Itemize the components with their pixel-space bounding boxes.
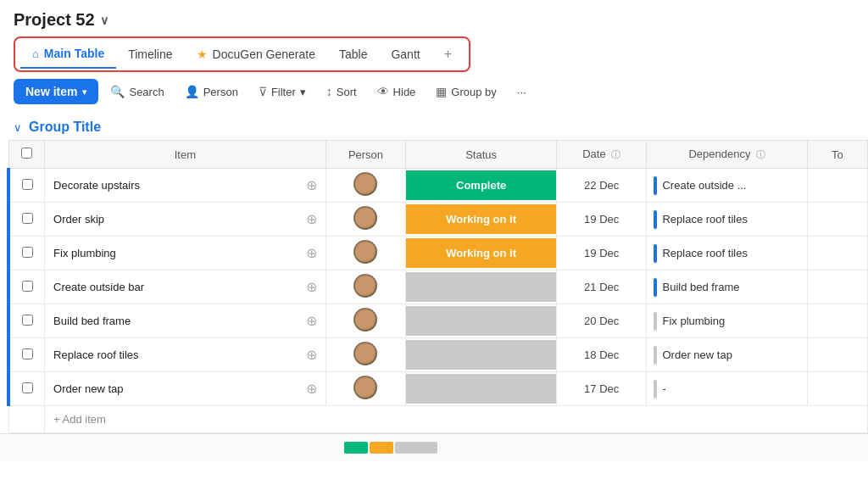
tab-gantt[interactable]: Gantt — [379, 41, 431, 68]
add-item-row[interactable]: + Add item — [8, 406, 868, 433]
row-checkbox-cell[interactable] — [8, 372, 45, 406]
dep-bar-icon — [654, 312, 657, 331]
dependency-cell: Replace roof tiles — [647, 237, 807, 270]
item-name: Order new tap — [53, 382, 299, 395]
row-checkbox[interactable] — [22, 315, 33, 326]
extra-cell — [807, 372, 867, 406]
dep-text: Replace roof tiles — [662, 247, 747, 259]
search-label: Search — [129, 86, 164, 98]
extra-cell — [807, 338, 867, 372]
status-cell[interactable] — [406, 338, 557, 372]
project-chevron-icon[interactable]: ∨ — [100, 14, 108, 27]
person-cell — [326, 237, 406, 270]
extra-cell — [807, 304, 867, 338]
extra-column-header: To — [807, 141, 867, 169]
header: Project 52 ∨ ⌂ Main Table Timeline ★ Doc… — [0, 0, 868, 72]
dep-bar-icon — [654, 176, 657, 195]
item-name: Replace roof tiles — [53, 348, 299, 361]
item-column-header: Item — [45, 141, 326, 169]
select-all-header[interactable] — [8, 141, 45, 169]
status-cell[interactable]: Working on it — [406, 237, 557, 270]
avatar — [353, 342, 377, 365]
filter-button[interactable]: ⊽ Filter ▾ — [250, 79, 314, 104]
row-checkbox[interactable] — [22, 281, 33, 292]
group-by-button[interactable]: ▦ Group by — [427, 79, 504, 104]
row-checkbox[interactable] — [22, 179, 33, 190]
item-cell: Decorate upstairs⊕ — [45, 169, 326, 203]
tab-timeline-label: Timeline — [128, 47, 172, 61]
row-checkbox-cell[interactable] — [8, 270, 45, 304]
dep-bar-icon — [654, 380, 657, 398]
tabs-container: ⌂ Main Table Timeline ★ DocuGen Generate… — [14, 36, 470, 72]
row-checkbox[interactable] — [22, 382, 33, 393]
tab-main-table[interactable]: ⌂ Main Table — [20, 40, 116, 69]
status-cell[interactable] — [406, 372, 557, 406]
search-button[interactable]: 🔍 Search — [102, 79, 172, 104]
status-cell[interactable] — [406, 270, 557, 304]
row-checkbox-cell[interactable] — [8, 237, 45, 270]
dependency-cell: - — [647, 372, 807, 406]
date-cell: 22 Dec — [556, 169, 647, 203]
person-cell — [326, 203, 406, 237]
row-checkbox-cell[interactable] — [8, 304, 45, 338]
status-complete-bar — [344, 442, 368, 454]
dependency-cell: Order new tap — [647, 338, 807, 372]
avatar — [353, 172, 377, 196]
item-cell: Build bed frame⊕ — [45, 304, 326, 338]
row-checkbox-cell[interactable] — [8, 169, 45, 203]
person-cell — [326, 304, 406, 338]
add-subitem-icon[interactable]: ⊕ — [306, 245, 317, 261]
add-subitem-icon[interactable]: ⊕ — [306, 347, 317, 363]
new-item-button[interactable]: New item ▾ — [14, 79, 98, 104]
item-cell: Create outside bar⊕ — [45, 270, 326, 304]
date-column-header: Date ⓘ — [556, 141, 647, 169]
status-badge-working[interactable]: Working on it — [406, 238, 556, 268]
tab-timeline[interactable]: Timeline — [116, 41, 184, 68]
row-checkbox-cell[interactable] — [8, 338, 45, 372]
status-cell[interactable]: Complete — [406, 169, 557, 203]
table-row: Create outside bar⊕ 21 DecBuild bed fram… — [8, 270, 868, 304]
status-working-bar — [370, 442, 393, 454]
add-subitem-icon[interactable]: ⊕ — [306, 381, 317, 397]
dep-text: Fix plumbing — [662, 315, 725, 327]
add-subitem-icon[interactable]: ⊕ — [306, 211, 317, 227]
filter-label: Filter — [271, 86, 296, 98]
person-button[interactable]: 👤 Person — [176, 79, 247, 104]
footer-bar — [0, 433, 868, 460]
status-badge-working[interactable]: Working on it — [406, 204, 556, 234]
group-chevron-icon[interactable]: ∨ — [14, 121, 22, 134]
add-subitem-icon[interactable]: ⊕ — [306, 313, 317, 329]
status-column-header: Status — [406, 141, 557, 169]
project-title-row: Project 52 ∨ — [14, 10, 854, 30]
extra-cell — [807, 203, 867, 237]
toolbar: New item ▾ 🔍 Search 👤 Person ⊽ Filter ▾ … — [0, 72, 868, 111]
status-cell[interactable] — [406, 304, 557, 338]
dependency-cell: Create outside ... — [647, 169, 807, 203]
row-checkbox-cell[interactable] — [8, 203, 45, 237]
person-column-header: Person — [326, 141, 406, 169]
more-button[interactable]: ··· — [509, 80, 535, 104]
row-checkbox[interactable] — [22, 247, 33, 258]
extra-cell — [807, 237, 867, 270]
group-by-label: Group by — [451, 86, 496, 98]
date-cell: 21 Dec — [556, 270, 647, 304]
tab-docugen[interactable]: ★ DocuGen Generate — [185, 41, 327, 68]
sort-button[interactable]: ↕ Sort — [318, 79, 365, 104]
table-container: Item Person Status Date ⓘ Dependency ⓘ T… — [0, 140, 868, 433]
row-checkbox[interactable] — [22, 348, 33, 359]
hide-button[interactable]: 👁 Hide — [369, 79, 425, 104]
status-cell[interactable]: Working on it — [406, 203, 557, 237]
add-item-label[interactable]: + Add item — [45, 406, 868, 433]
tab-add[interactable]: + — [432, 40, 464, 69]
add-subitem-icon[interactable]: ⊕ — [306, 177, 317, 193]
select-all-checkbox[interactable] — [21, 148, 32, 159]
status-badge-complete[interactable]: Complete — [406, 170, 556, 200]
item-cell: Fix plumbing⊕ — [45, 237, 326, 270]
table-row: Replace roof tiles⊕ 18 DecOrder new tap — [8, 338, 868, 372]
add-subitem-icon[interactable]: ⊕ — [306, 279, 317, 295]
dep-bar-icon — [654, 244, 657, 263]
new-item-label: New item — [25, 85, 77, 98]
tab-table[interactable]: Table — [327, 41, 379, 68]
row-checkbox[interactable] — [22, 213, 33, 224]
table-header-row: Item Person Status Date ⓘ Dependency ⓘ T… — [8, 141, 868, 169]
